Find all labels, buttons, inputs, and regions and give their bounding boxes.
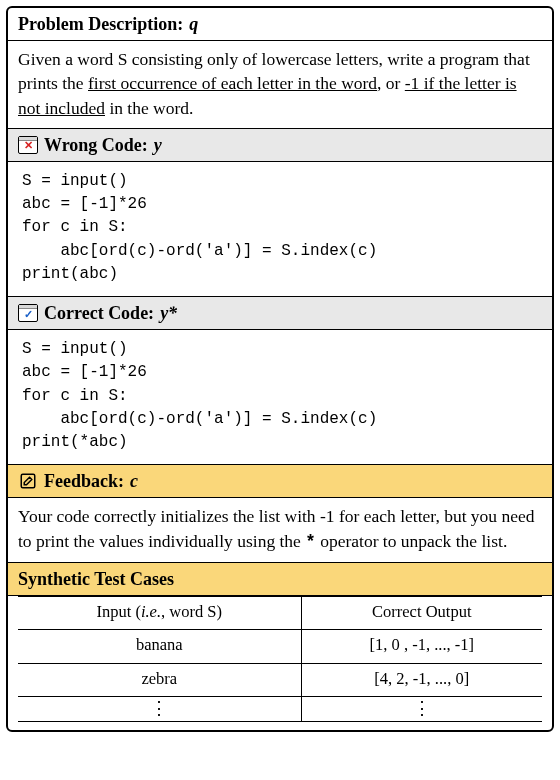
pencil-icon bbox=[18, 471, 38, 491]
col-input-ie: i.e. bbox=[141, 602, 161, 621]
problem-header: Problem Description: q bbox=[8, 8, 552, 41]
correct-code-block: S = input() abc = [-1]*26 for c in S: ab… bbox=[8, 330, 552, 464]
tests-table: Input (i.e., word S) Correct Output bana… bbox=[18, 596, 542, 722]
problem-text-u1: first occurrence of each letter in the w… bbox=[88, 73, 377, 93]
col-input-pre: Input ( bbox=[96, 602, 140, 621]
check-mark-icon: ✓ bbox=[24, 309, 33, 320]
col-input-header: Input (i.e., word S) bbox=[18, 597, 301, 630]
problem-text-post: in the word. bbox=[105, 98, 193, 118]
feedback-var: c bbox=[130, 469, 138, 493]
wrong-code-header: ✕ Wrong Code: y bbox=[8, 128, 552, 162]
correct-icon: ✓ bbox=[18, 304, 38, 322]
svg-rect-0 bbox=[21, 475, 35, 489]
problem-text-mid: , or bbox=[377, 73, 405, 93]
correct-code-var: y* bbox=[160, 301, 177, 325]
wrong-code-block: S = input() abc = [-1]*26 for c in S: ab… bbox=[8, 162, 552, 296]
feedback-operator: * bbox=[305, 532, 316, 552]
table-header-row: Input (i.e., word S) Correct Output bbox=[18, 597, 542, 630]
tests-header-label: Synthetic Test Cases bbox=[18, 567, 174, 591]
tests-header: Synthetic Test Cases bbox=[8, 562, 552, 596]
cell-output: [4, 2, -1, ..., 0] bbox=[301, 663, 542, 696]
x-mark-icon: ✕ bbox=[24, 140, 33, 151]
table-row: zebra [4, 2, -1, ..., 0] bbox=[18, 663, 542, 696]
col-output-header: Correct Output bbox=[301, 597, 542, 630]
problem-header-label: Problem Description: bbox=[18, 12, 183, 36]
cell-input: zebra bbox=[18, 663, 301, 696]
feedback-post: operator to unpack the list. bbox=[316, 531, 507, 551]
correct-code-label: Correct Code: bbox=[44, 301, 154, 325]
tests-table-wrap: Input (i.e., word S) Correct Output bana… bbox=[8, 596, 552, 730]
feedback-text: Your code correctly initializes the list… bbox=[8, 498, 552, 561]
feedback-label: Feedback: bbox=[44, 469, 124, 493]
feedback-header: Feedback: c bbox=[8, 464, 552, 498]
col-input-post: , word S) bbox=[161, 602, 222, 621]
wrong-icon: ✕ bbox=[18, 136, 38, 154]
correct-code-header: ✓ Correct Code: y* bbox=[8, 296, 552, 330]
vdots-left: ⋮ bbox=[18, 696, 301, 721]
wrong-code-var: y bbox=[154, 133, 162, 157]
figure-container: Problem Description: q Given a word S co… bbox=[6, 6, 554, 732]
table-row: banana [1, 0 , -1, ..., -1] bbox=[18, 630, 542, 663]
cell-input: banana bbox=[18, 630, 301, 663]
problem-text: Given a word S consisting only of lowerc… bbox=[8, 41, 552, 127]
wrong-code-label: Wrong Code: bbox=[44, 133, 148, 157]
cell-output: [1, 0 , -1, ..., -1] bbox=[301, 630, 542, 663]
table-row-vdots: ⋮ ⋮ bbox=[18, 696, 542, 721]
problem-header-var: q bbox=[189, 12, 198, 36]
vdots-right: ⋮ bbox=[301, 696, 542, 721]
